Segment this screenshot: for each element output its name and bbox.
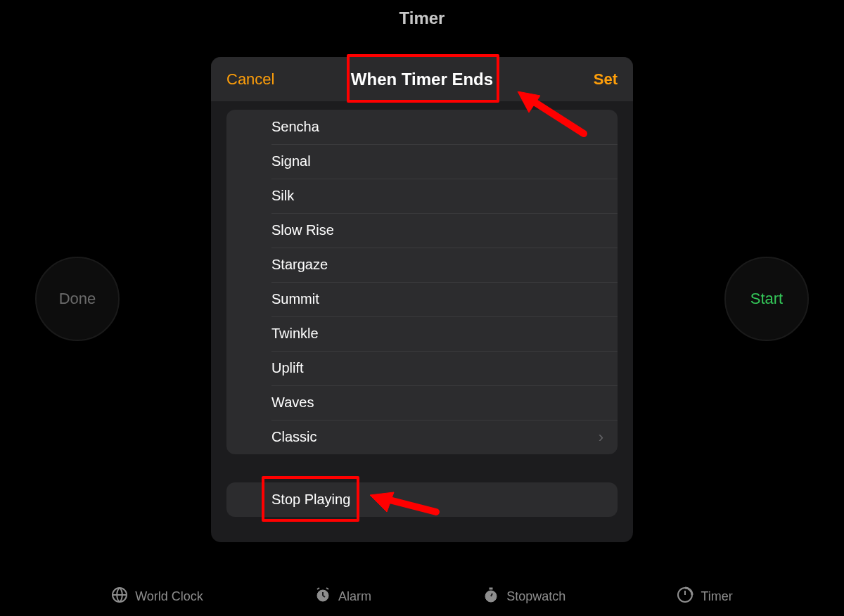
tab-bar: World Clock Alarm Stopwatch Timer — [0, 577, 844, 616]
tab-alarm[interactable]: Alarm — [314, 586, 371, 607]
sound-label: Slow Rise — [271, 222, 334, 238]
tab-label: Stopwatch — [506, 589, 565, 604]
alarm-icon — [314, 586, 331, 607]
sound-row-sencha[interactable]: Sencha — [226, 110, 618, 144]
sound-row-slow-rise[interactable]: Slow Rise — [226, 213, 618, 248]
tab-label: World Clock — [135, 589, 203, 604]
sound-label: Signal — [271, 153, 311, 169]
sound-row-signal[interactable]: Signal — [226, 144, 618, 179]
tab-stopwatch[interactable]: Stopwatch — [482, 586, 565, 607]
globe-icon — [111, 586, 128, 607]
done-button[interactable]: Done — [35, 257, 120, 341]
sound-label: Sencha — [271, 119, 319, 135]
sound-row-summit[interactable]: Summit — [226, 282, 618, 316]
sound-row-uplift[interactable]: Uplift — [226, 351, 618, 385]
tab-world-clock[interactable]: World Clock — [111, 586, 203, 607]
stop-playing-row[interactable]: Stop Playing — [226, 482, 618, 517]
tab-timer[interactable]: Timer — [677, 586, 732, 607]
sound-row-classic[interactable]: Classic › — [226, 420, 618, 454]
timer-icon — [677, 586, 693, 607]
done-button-label: Done — [59, 290, 96, 308]
svg-line-5 — [317, 588, 319, 589]
sound-label: Waves — [271, 394, 314, 411]
sound-row-waves[interactable]: Waves — [226, 385, 618, 420]
start-button-label: Start — [750, 290, 783, 308]
sound-label: Uplift — [271, 360, 304, 376]
sound-list: Sencha Signal Silk Slow Rise Stargaze Su… — [226, 110, 618, 454]
svg-rect-9 — [490, 588, 492, 589]
sound-label: Silk — [271, 188, 294, 204]
sound-label: Twinkle — [271, 326, 319, 342]
when-timer-ends-sheet: Cancel When Timer Ends Set Sencha Signal… — [211, 57, 633, 542]
sound-label: Summit — [271, 291, 319, 307]
sheet-header: Cancel When Timer Ends Set — [211, 57, 633, 101]
set-button[interactable]: Set — [561, 70, 618, 89]
start-button[interactable]: Start — [724, 257, 809, 341]
stop-playing-label: Stop Playing — [271, 492, 350, 508]
sound-row-silk[interactable]: Silk — [226, 179, 618, 213]
sheet-title: When Timer Ends — [283, 70, 561, 89]
sound-label: Stargaze — [271, 257, 328, 273]
tab-label: Timer — [701, 589, 732, 604]
tab-label: Alarm — [338, 589, 371, 604]
stopwatch-icon — [482, 586, 499, 607]
chevron-right-icon: › — [599, 428, 603, 447]
cancel-button[interactable]: Cancel — [226, 70, 283, 89]
sound-row-twinkle[interactable]: Twinkle — [226, 316, 618, 351]
sound-row-stargaze[interactable]: Stargaze — [226, 248, 618, 282]
sheet-body: Sencha Signal Silk Slow Rise Stargaze Su… — [211, 101, 633, 542]
page-title: Timer — [0, 8, 844, 28]
svg-line-6 — [326, 588, 328, 589]
sound-label: Classic — [271, 429, 316, 445]
